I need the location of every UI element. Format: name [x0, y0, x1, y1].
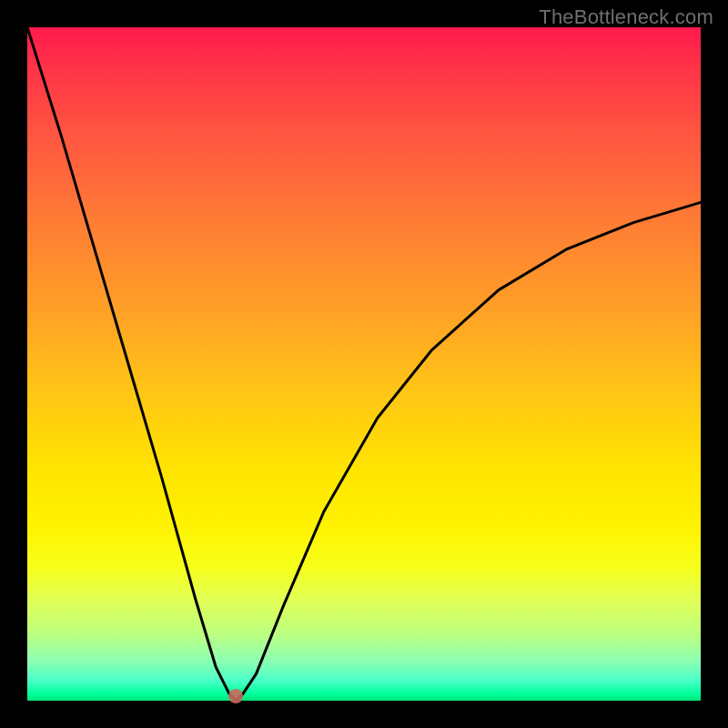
watermark-text: TheBottleneck.com: [539, 5, 713, 29]
chart-frame: TheBottleneck.com: [0, 0, 728, 728]
min-marker-dot: [228, 689, 243, 703]
bottleneck-curve: [27, 27, 701, 701]
curve-svg: [27, 27, 701, 701]
plot-area: [27, 27, 701, 701]
